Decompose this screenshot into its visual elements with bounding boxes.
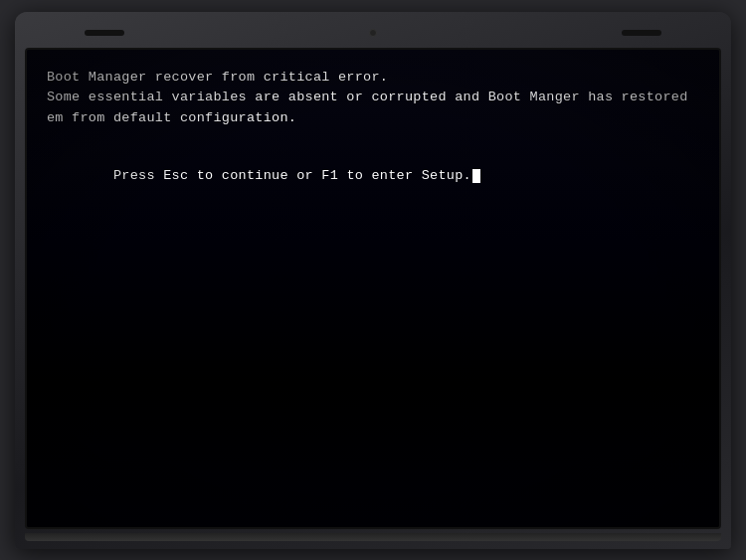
webcam bbox=[369, 29, 377, 37]
speaker-right bbox=[622, 30, 661, 36]
error-line-3: em from default configuration. bbox=[47, 108, 296, 129]
laptop-frame: Boot Manager recover from critical error… bbox=[15, 12, 731, 549]
cursor bbox=[472, 169, 480, 183]
error-line-1: Boot Manager recover from critical error… bbox=[47, 68, 388, 89]
speaker-left bbox=[85, 30, 124, 36]
prompt-line: Press Esc to continue or F1 to enter Set… bbox=[47, 145, 480, 208]
bios-screen: Boot Manager recover from critical error… bbox=[27, 50, 719, 527]
screen-bezel: Boot Manager recover from critical error… bbox=[25, 48, 721, 529]
error-line-2: Some essential variables are absent or c… bbox=[47, 88, 688, 108]
laptop-bottom-bar bbox=[25, 533, 721, 541]
laptop-top-bar bbox=[25, 22, 721, 44]
prompt-text: Press Esc to continue or F1 to enter Set… bbox=[113, 168, 471, 183]
